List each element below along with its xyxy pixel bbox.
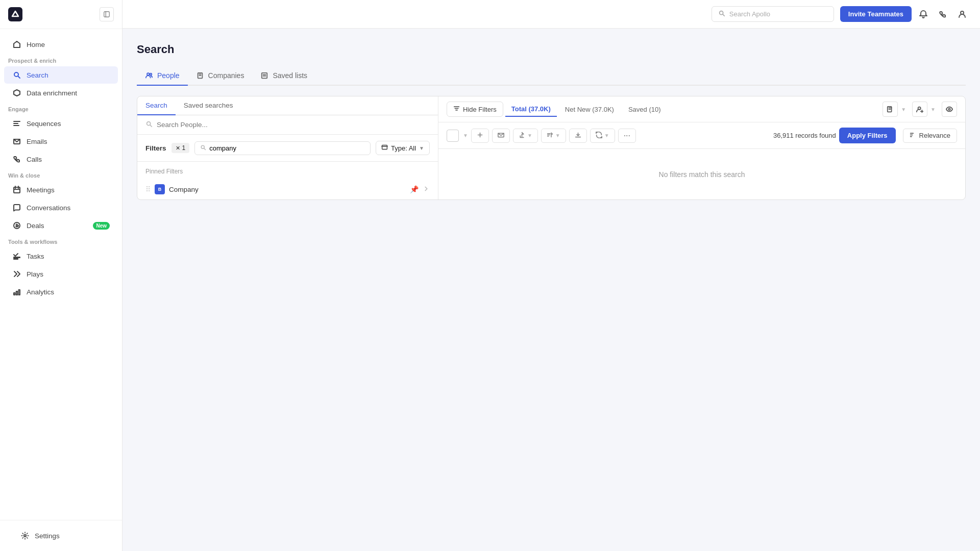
export-action-dropdown[interactable]: ▼ — [527, 133, 532, 138]
export-dropdown-arrow[interactable]: ▼ — [900, 107, 907, 112]
sync-action-button[interactable]: ▼ — [590, 129, 615, 143]
svg-rect-16 — [14, 293, 15, 295]
sub-tab-search[interactable]: Search — [137, 96, 176, 115]
email-action-button[interactable] — [492, 129, 510, 143]
sort-icon — [547, 132, 553, 140]
tab-companies[interactable]: Companies — [188, 66, 253, 86]
section-label-win-close: Win & close — [0, 168, 122, 181]
tasks-icon — [12, 252, 21, 261]
sidebar-collapse-button[interactable] — [100, 7, 114, 21]
add-button[interactable] — [471, 129, 489, 143]
records-count: 36,911 records found — [773, 132, 836, 139]
sub-tab-saved-searches[interactable]: Saved searches — [176, 96, 241, 115]
add-contact-dropdown-arrow[interactable]: ▼ — [929, 107, 937, 112]
sidebar-item-sequences[interactable]: Sequences — [4, 115, 118, 132]
sidebar-item-data-enrichment[interactable]: Data enrichment — [4, 84, 118, 102]
invite-teammates-button[interactable]: Invite Teammates — [840, 6, 912, 22]
sort-action-button[interactable]: ▼ — [541, 129, 566, 143]
add-contact-button[interactable] — [912, 102, 927, 117]
results-action-bar: ▼ ▼ — [438, 122, 965, 149]
sidebar-item-calls-label: Calls — [27, 156, 42, 163]
sidebar-item-deals[interactable]: Deals New — [4, 217, 118, 234]
svg-line-3 — [18, 77, 20, 79]
result-tab-saved[interactable]: Saved (10) — [622, 103, 667, 116]
deals-badge: New — [93, 222, 110, 230]
saved-lists-tab-icon — [260, 71, 268, 80]
filter-badge-x-icon[interactable]: ✕ — [176, 145, 180, 152]
download-action-button[interactable] — [569, 129, 587, 143]
sidebar-item-conversations[interactable]: Conversations — [4, 199, 118, 216]
sidebar-item-meetings[interactable]: Meetings — [4, 181, 118, 198]
main-content: Search Apollo Invite Teammates Search Pe… — [122, 0, 980, 551]
people-search-input[interactable] — [157, 121, 430, 129]
export-action-icon — [519, 132, 525, 140]
deals-icon — [12, 221, 21, 230]
relevance-button[interactable]: Relevance — [903, 129, 957, 143]
people-tab-icon — [145, 71, 153, 80]
logo-icon — [8, 7, 22, 21]
sidebar-item-search[interactable]: Search — [4, 66, 118, 84]
export-action-button[interactable]: ▼ — [513, 129, 538, 143]
notifications-icon[interactable] — [918, 9, 929, 20]
sync-icon — [596, 132, 602, 140]
sidebar-item-settings[interactable]: Settings — [12, 527, 110, 544]
conversations-icon — [12, 203, 21, 212]
checkbox-dropdown-arrow[interactable]: ▼ — [463, 133, 468, 138]
sidebar-item-plays[interactable]: Plays — [4, 265, 118, 283]
filter-search-box[interactable] — [194, 141, 371, 155]
sidebar-item-tasks[interactable]: Tasks — [4, 247, 118, 265]
eye-button[interactable] — [942, 102, 957, 117]
type-dropdown[interactable]: Type: All ▼ — [376, 141, 430, 155]
svg-rect-0 — [104, 12, 110, 17]
logo — [8, 7, 22, 21]
global-search[interactable]: Search Apollo — [712, 6, 834, 22]
hide-filters-button[interactable]: Hide Filters — [447, 102, 503, 117]
select-all-checkbox[interactable] — [447, 130, 459, 142]
sidebar-item-sequences-label: Sequences — [27, 120, 61, 128]
svg-line-34 — [204, 148, 206, 149]
company-filter-icon: B — [155, 184, 165, 194]
filter-search-input[interactable] — [209, 144, 365, 152]
svg-point-43 — [948, 108, 950, 110]
sidebar-nav: Home Prospect & enrich Search Data enric… — [0, 29, 122, 520]
sidebar-item-analytics[interactable]: Analytics — [4, 283, 118, 300]
sidebar-item-settings-label: Settings — [35, 532, 60, 540]
svg-marker-4 — [14, 90, 20, 96]
result-tab-total[interactable]: Total (37.0K) — [505, 102, 557, 117]
sidebar-item-conversations-label: Conversations — [27, 204, 70, 212]
more-actions-button[interactable]: ··· — [618, 129, 636, 143]
global-search-icon — [718, 10, 725, 18]
calls-icon — [12, 155, 21, 164]
sync-dropdown[interactable]: ▼ — [604, 133, 609, 138]
phone-icon[interactable] — [937, 9, 948, 20]
relevance-sort-icon — [910, 132, 916, 140]
hide-filters-label: Hide Filters — [463, 106, 497, 113]
sidebar-item-tasks-label: Tasks — [27, 253, 44, 260]
search-icon — [12, 70, 21, 80]
sidebar-item-home[interactable]: Home — [4, 36, 118, 53]
page-tabs: People Companies Saved lists — [137, 66, 966, 86]
search-sub-tabs: Search Saved searches — [137, 96, 438, 115]
sidebar-item-calls[interactable]: Calls — [4, 151, 118, 168]
filter-item-company[interactable]: ⠿ B Company 📌 — [137, 179, 438, 199]
user-icon[interactable] — [957, 9, 968, 20]
export-list-button[interactable] — [883, 102, 898, 117]
sidebar: Home Prospect & enrich Search Data enric… — [0, 0, 122, 551]
meetings-icon — [12, 185, 21, 194]
sidebar-item-emails[interactable]: Emails — [4, 133, 118, 150]
filter-chevron-icon[interactable] — [423, 185, 430, 194]
tab-saved-lists[interactable]: Saved lists — [252, 66, 315, 86]
plays-icon — [12, 269, 21, 279]
sidebar-item-data-enrichment-label: Data enrichment — [27, 89, 77, 97]
section-label-prospect: Prospect & enrich — [0, 54, 122, 66]
sidebar-item-analytics-label: Analytics — [27, 288, 54, 296]
apply-filters-button[interactable]: Apply Filters — [839, 128, 896, 143]
result-tab-net-new[interactable]: Net New (37.0K) — [559, 103, 620, 116]
people-search-container — [137, 115, 438, 135]
tab-people[interactable]: People — [137, 66, 188, 86]
svg-point-23 — [147, 73, 149, 75]
type-dropdown-chevron: ▼ — [419, 145, 424, 151]
email-icon — [12, 137, 21, 146]
sort-dropdown[interactable]: ▼ — [555, 133, 560, 138]
sidebar-header — [0, 0, 122, 29]
